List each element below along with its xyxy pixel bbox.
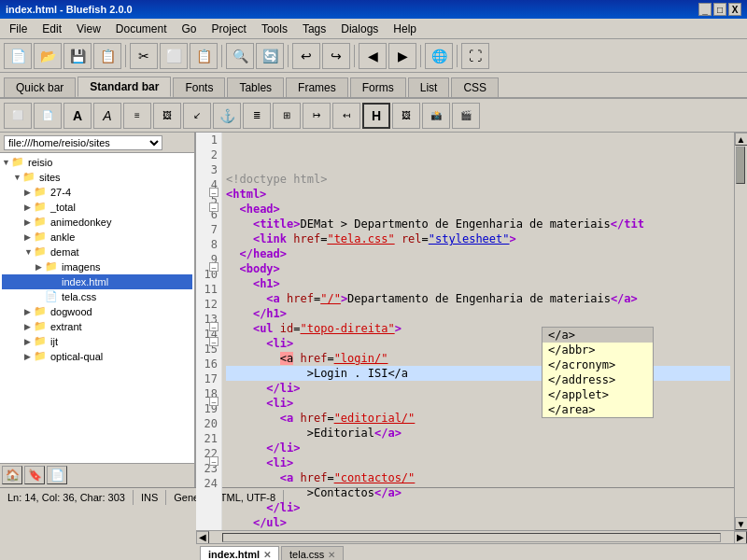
code-line[interactable]: <h1>: [226, 276, 730, 291]
code-line[interactable]: </ul>: [226, 515, 730, 530]
forward-button[interactable]: ▶: [388, 43, 416, 69]
tree-item-27-4[interactable]: ▶27-4: [2, 185, 192, 200]
menu-edit[interactable]: Edit: [36, 21, 67, 36]
tb2-img[interactable]: 🖼: [392, 103, 420, 129]
tab-quick-bar[interactable]: Quick bar: [4, 77, 76, 97]
code-area[interactable]: <!doctype html>−<html>− <head> <title>DE…: [222, 133, 734, 530]
tb2-italic[interactable]: A: [93, 103, 121, 129]
code-line[interactable]: −<html>: [226, 187, 730, 202]
tree-item-animedonkey[interactable]: ▶animedonkey: [2, 215, 192, 230]
code-line[interactable]: − <li>: [226, 396, 730, 411]
fold-marker[interactable]: −: [209, 188, 218, 197]
code-line[interactable]: − <body>: [226, 261, 730, 276]
vscroll-track[interactable]: [736, 147, 747, 516]
code-line[interactable]: <a href="editorial/": [226, 411, 730, 426]
tb2-btn2[interactable]: 📄: [34, 103, 62, 129]
tb2-btn7[interactable]: ↙: [183, 103, 211, 129]
autocomplete-item[interactable]: </area>: [543, 402, 653, 417]
autocomplete-popup[interactable]: </a></abbr></acronym></address></applet>…: [542, 327, 654, 418]
tb2-btn15[interactable]: 📸: [422, 103, 450, 129]
copy-button[interactable]: ⬜: [160, 43, 188, 69]
tree-item-reisio[interactable]: ▼reisio: [2, 155, 192, 170]
editor-tab-close[interactable]: ✕: [263, 550, 271, 560]
menu-document[interactable]: Document: [110, 21, 173, 36]
preview-button[interactable]: 🌐: [425, 43, 453, 69]
scroll-right-button[interactable]: ▶: [734, 531, 747, 544]
tab-standard-bar[interactable]: Standard bar: [78, 77, 171, 97]
menu-tags[interactable]: Tags: [297, 21, 331, 36]
tb2-bold[interactable]: A: [63, 103, 92, 129]
code-line[interactable]: − <li>: [226, 455, 730, 470]
tb2-btn5[interactable]: ≡: [123, 103, 151, 129]
fold-marker[interactable]: −: [209, 337, 218, 346]
replace-button[interactable]: 🔄: [256, 43, 284, 69]
code-line[interactable]: − <li>: [226, 336, 730, 351]
editor-tab-index-html[interactable]: index.html ✕: [200, 546, 279, 560]
tab-list[interactable]: List: [408, 77, 450, 97]
tb2-btn16[interactable]: 🎬: [452, 103, 480, 129]
code-line[interactable]: >Contactos</a>: [226, 485, 730, 500]
tab-forms[interactable]: Forms: [350, 77, 406, 97]
editor-hscroll[interactable]: ◀ ▶: [196, 530, 747, 543]
maximize-button[interactable]: □: [713, 3, 726, 16]
ft-file-button[interactable]: 📄: [47, 466, 67, 484]
autocomplete-item[interactable]: </applet>: [543, 387, 653, 402]
tree-item-dogwood[interactable]: ▶dogwood: [2, 304, 192, 319]
code-line[interactable]: </li>: [226, 441, 730, 455]
menu-go[interactable]: Go: [176, 21, 203, 36]
fold-marker[interactable]: −: [209, 456, 218, 466]
ft-home-button[interactable]: 🏠: [2, 466, 22, 484]
tb2-btn6[interactable]: 🖼: [153, 103, 181, 129]
autocomplete-item[interactable]: </abbr>: [543, 343, 653, 357]
tree-item-optical-qual[interactable]: ▶optical-qual: [2, 349, 192, 364]
tab-css[interactable]: CSS: [451, 77, 499, 97]
autocomplete-item[interactable]: </acronym>: [543, 357, 653, 372]
tree-item-extrant[interactable]: ▶extrant: [2, 319, 192, 334]
fullscreen-button[interactable]: ⛶: [461, 43, 489, 69]
open-button[interactable]: 📂: [34, 43, 62, 69]
tree-item-imagens[interactable]: ▶imagens: [2, 259, 192, 274]
vscroll-thumb[interactable]: [736, 147, 745, 184]
titlebar-controls[interactable]: _ □ X: [698, 3, 741, 16]
tab-tables[interactable]: Tables: [227, 77, 284, 97]
path-selector[interactable]: file:///home/reisio/sites: [4, 135, 162, 150]
save-button[interactable]: 💾: [63, 43, 92, 69]
tb2-btn10[interactable]: ⊞: [273, 103, 301, 129]
code-line[interactable]: <a href="/">Departamento de Engenharia d…: [226, 291, 730, 306]
menu-file[interactable]: File: [4, 21, 33, 36]
tree-item-tela-css[interactable]: tela.css: [2, 289, 192, 304]
menu-project[interactable]: Project: [206, 21, 252, 36]
code-line[interactable]: <a href="login/": [226, 351, 730, 366]
code-line[interactable]: <title>DEMat > Departmento de Engenharia…: [226, 217, 730, 231]
tree-item-_total[interactable]: ▶_total: [2, 200, 192, 215]
scroll-down-button[interactable]: ▼: [735, 517, 748, 530]
tree-item-sites[interactable]: ▼sites: [2, 170, 192, 185]
editor-vscroll[interactable]: ▲ ▼: [734, 133, 747, 530]
menu-view[interactable]: View: [71, 21, 106, 36]
scroll-up-button[interactable]: ▲: [735, 133, 748, 146]
fold-marker[interactable]: −: [209, 203, 218, 212]
fold-marker[interactable]: −: [209, 397, 218, 406]
minimize-button[interactable]: _: [698, 3, 712, 16]
hscroll-track[interactable]: [222, 533, 721, 542]
autocomplete-item[interactable]: </a>: [543, 328, 653, 343]
code-line[interactable]: </h1>: [226, 306, 730, 321]
code-line[interactable]: <a href="contactos/": [226, 470, 730, 485]
tree-item-demat[interactable]: ▼demat: [2, 245, 192, 259]
tb2-btn1[interactable]: ⬜: [4, 103, 32, 129]
redo-button[interactable]: ↪: [322, 43, 350, 69]
fold-marker[interactable]: −: [209, 322, 218, 331]
paste-button[interactable]: 📋: [190, 43, 218, 69]
code-line[interactable]: <link href="tela.css" rel="stylesheet">: [226, 231, 730, 246]
back-button[interactable]: ◀: [359, 43, 387, 69]
ft-bookmark-button[interactable]: 🔖: [24, 466, 45, 484]
tb2-btn11[interactable]: ↦: [303, 103, 331, 129]
cut-button[interactable]: ✂: [130, 43, 158, 69]
code-line[interactable]: <!doctype html>: [226, 172, 730, 187]
menu-help[interactable]: Help: [388, 21, 422, 36]
menu-dialogs[interactable]: Dialogs: [335, 21, 384, 36]
new-button[interactable]: 📄: [4, 43, 32, 69]
tb2-anchor[interactable]: ⚓: [213, 103, 241, 129]
tree-item-ankle[interactable]: ▶ankle: [2, 230, 192, 245]
code-line[interactable]: </li>: [226, 500, 730, 515]
